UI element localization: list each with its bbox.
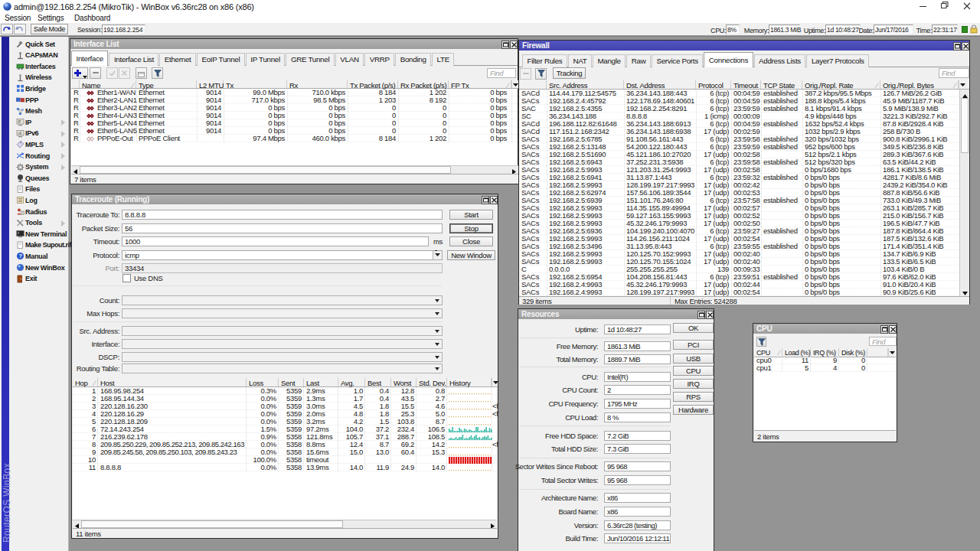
svg-text:v6: v6	[18, 131, 21, 135]
svg-text:?: ?	[19, 253, 23, 259]
